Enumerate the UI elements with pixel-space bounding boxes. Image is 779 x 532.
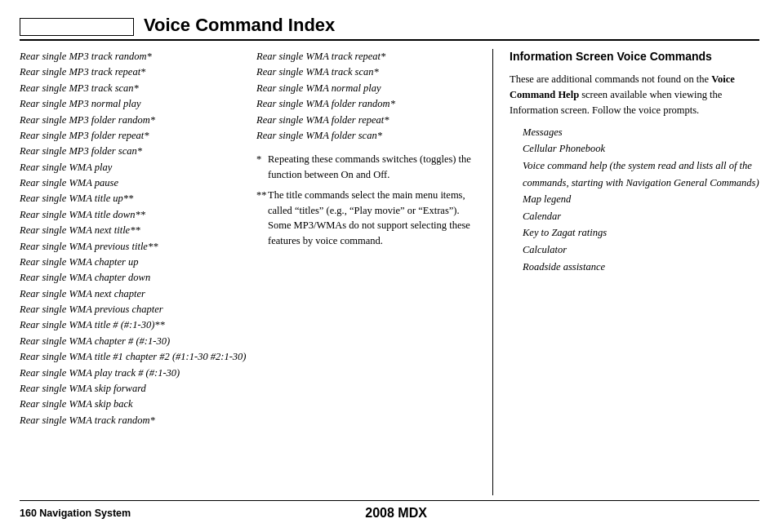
left-list-item: Rear single WMA chapter down bbox=[20, 270, 248, 286]
right-list-item: Key to Zagat ratings bbox=[523, 224, 759, 242]
left-list-item: Rear single MP3 folder random* bbox=[20, 113, 248, 128]
right-list-item: Calendar bbox=[523, 208, 759, 225]
right-list-item: Calculator bbox=[523, 242, 759, 259]
footer-model: 2008 MDX bbox=[131, 506, 661, 521]
left-list-item: Rear single WMA title up** bbox=[20, 191, 248, 206]
left-list-item: Rear single WMA skip back bbox=[20, 397, 248, 412]
left-list-item: Rear single WMA track random* bbox=[20, 413, 248, 428]
footnote-marker: ** bbox=[256, 188, 268, 203]
page-title: Voice Command Index bbox=[144, 15, 335, 36]
right-list-item-em: Cellular Phonebook bbox=[523, 143, 605, 154]
left-list-item: Rear single MP3 normal play bbox=[20, 96, 248, 112]
left-list-item: Rear single WMA chapter up bbox=[20, 255, 248, 270]
left-list-item: Rear single WMA play bbox=[20, 160, 248, 175]
left-column: Rear single MP3 track random*Rear single… bbox=[20, 49, 256, 495]
left-list-item: Rear single WMA next title** bbox=[20, 223, 248, 238]
right-column: Information Screen Voice Commands These … bbox=[493, 49, 759, 495]
left-list-item: Rear single WMA title # (#:1-30)** bbox=[20, 317, 248, 333]
right-list-item-em: Calendar bbox=[523, 211, 561, 222]
footnote-marker: * bbox=[256, 152, 268, 167]
right-list-item: Messages bbox=[523, 124, 759, 141]
middle-list-item: Rear single WMA track repeat* bbox=[256, 49, 484, 64]
middle-column: Rear single WMA track repeat*Rear single… bbox=[256, 49, 493, 495]
left-list-item: Rear single WMA previous chapter bbox=[20, 302, 248, 317]
left-list-item: Rear single MP3 folder scan* bbox=[20, 144, 248, 159]
main-content: Rear single MP3 track random*Rear single… bbox=[20, 49, 759, 495]
footer-page-number: 160 Navigation System bbox=[20, 508, 131, 519]
page-header: Voice Command Index bbox=[20, 15, 759, 41]
right-list-item: Cellular Phonebook bbox=[523, 140, 759, 157]
left-list-item: Rear single WMA title down** bbox=[20, 207, 248, 223]
left-list-item: Rear single WMA chapter # (#:1-30) bbox=[20, 334, 248, 349]
right-list-item-em: Calculator bbox=[523, 244, 567, 255]
footnote-text: Repeating these commands switches (toggl… bbox=[268, 152, 484, 183]
left-list-item: Rear single MP3 track random* bbox=[20, 49, 248, 64]
right-list-item: Map legend bbox=[523, 191, 759, 208]
right-list-item-em: Messages bbox=[523, 126, 563, 138]
left-list-item: Rear single WMA next chapter bbox=[20, 286, 248, 302]
footnote-section: *Repeating these commands switches (togg… bbox=[256, 152, 484, 249]
right-list-item: Voice command help (the system read and … bbox=[523, 157, 759, 191]
left-list-item: Rear single WMA previous title** bbox=[20, 239, 248, 255]
left-list-item: Rear single WMA play track # (#:1-30) bbox=[20, 366, 248, 381]
page-footer: 160 Navigation System 2008 MDX bbox=[20, 500, 759, 521]
right-list-item-em: Map legend bbox=[523, 193, 571, 205]
left-list-item: Rear single WMA pause bbox=[20, 175, 248, 191]
footnote-item: *Repeating these commands switches (togg… bbox=[256, 152, 484, 183]
right-intro: These are additional commands not found … bbox=[510, 72, 759, 119]
page: Voice Command Index Rear single MP3 trac… bbox=[0, 0, 779, 532]
left-list-item: Rear single MP3 track repeat* bbox=[20, 64, 248, 80]
left-list-item: Rear single WMA title #1 chapter #2 (#1:… bbox=[20, 349, 248, 365]
right-list-item-em: Roadside assistance bbox=[523, 261, 605, 273]
middle-list-item: Rear single WMA folder random* bbox=[256, 96, 484, 112]
right-list: MessagesCellular PhonebookVoice command … bbox=[510, 124, 759, 276]
right-list-item-em: Key to Zagat ratings bbox=[523, 227, 607, 238]
right-list-item-italic: Voice command help bbox=[523, 160, 607, 171]
left-list-item: Rear single MP3 track scan* bbox=[20, 81, 248, 96]
middle-list-item: Rear single WMA folder repeat* bbox=[256, 113, 484, 128]
right-section-title: Information Screen Voice Commands bbox=[510, 49, 759, 65]
footnote-text: The title commands select the main menu … bbox=[268, 188, 484, 249]
header-box bbox=[20, 18, 134, 36]
right-list-item: Roadside assistance bbox=[523, 259, 759, 276]
footnote-item: **The title commands select the main men… bbox=[256, 188, 484, 249]
left-list-item: Rear single WMA skip forward bbox=[20, 381, 248, 397]
middle-list-item: Rear single WMA normal play bbox=[256, 81, 484, 96]
left-list-item: Rear single MP3 folder repeat* bbox=[20, 128, 248, 144]
middle-list-item: Rear single WMA folder scan* bbox=[256, 128, 484, 144]
bold-phrase: Voice Command Help bbox=[510, 73, 735, 100]
middle-list-item: Rear single WMA track scan* bbox=[256, 64, 484, 80]
